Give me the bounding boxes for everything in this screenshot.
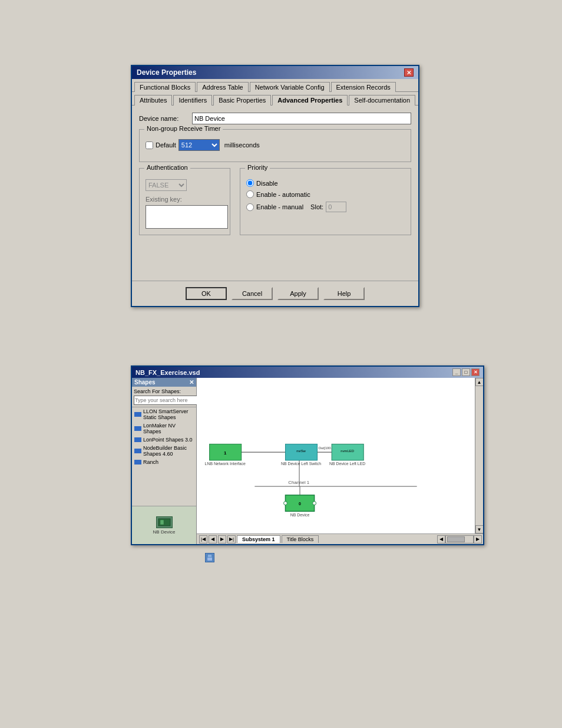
scroll-down-button[interactable]: ▼ (475, 525, 484, 533)
tab-nav-prev[interactable]: ◀ (209, 535, 217, 543)
list-item[interactable]: LonMaker NV Shapes (132, 421, 196, 436)
tab-bar: |◀ ◀ ▶ ▶| Subsystem 1 Title Blocks (197, 535, 436, 543)
svg-text:LNB Network Interface: LNB Network Interface (205, 462, 246, 466)
slot-label: Slot: (310, 203, 323, 210)
priority-manual-row: Enable - manual Slot: (246, 202, 405, 212)
tab-title-blocks[interactable]: Title Blocks (282, 535, 319, 543)
priority-disable-radio[interactable] (246, 179, 254, 187)
tab-attributes[interactable]: Attributes (134, 95, 172, 106)
priority-manual-radio[interactable] (246, 203, 254, 211)
device-name-input[interactable] (192, 113, 411, 124)
svg-text:nvmLED: nvmLED (340, 449, 354, 453)
visio-content: Shapes ✕ Search For Shapes: ▶ LLON Smart… (132, 378, 483, 544)
non-group-timer-box: Non-group Receive Timer Default 512 mill… (139, 129, 411, 162)
shape-item-label: LLON SmartServer Static Shapes (143, 409, 194, 420)
priority-manual-label: Enable - manual (256, 203, 303, 210)
visio-close-button[interactable]: ✕ (471, 368, 480, 376)
authentication-box: Authentication FALSE Existing key: (139, 168, 230, 235)
dialog-title: Device Properties (137, 68, 196, 77)
visio-titlebar-buttons: _ □ ✕ (452, 368, 480, 376)
scroll-right-button[interactable]: ▶ (474, 535, 482, 543)
tab-self-documentation[interactable]: Self-documentation (349, 95, 415, 106)
tab-network-variable-config[interactable]: Network Variable Config (250, 82, 330, 92)
scroll-up-button[interactable]: ▲ (475, 378, 484, 386)
priority-auto-radio[interactable] (246, 190, 254, 198)
list-item[interactable]: Ranch (132, 458, 196, 466)
list-item[interactable]: LonPoint Shapes 3.0 (132, 436, 196, 444)
visio-minimize-button[interactable]: _ (452, 368, 461, 376)
svg-rect-25 (208, 555, 211, 557)
key-input[interactable] (146, 205, 228, 229)
auth-priority-container: Authentication FALSE Existing key: Prior… (139, 168, 411, 241)
shapes-panel-title: Shapes (134, 379, 156, 386)
default-checkbox[interactable] (146, 141, 153, 149)
dialog-close-button[interactable]: ✕ (404, 68, 414, 77)
existing-key-label: Existing key: (146, 196, 224, 203)
shapes-panel-close[interactable]: ✕ (189, 379, 194, 386)
search-label: Search For Shapes: (134, 388, 194, 394)
thumbnail-label: NB Device (153, 529, 176, 535)
shapes-thumbnail-area: NB Device (132, 506, 196, 544)
visio-window: NB_FX_Exercise.vsd _ □ ✕ Shapes ✕ Search… (131, 365, 484, 545)
tab-extension-records[interactable]: Extension Records (331, 82, 396, 92)
dialog-tabs-row2: Attributes Identifiers Basic Properties … (132, 92, 418, 106)
dialog-body: Device name: Non-group Receive Timer Def… (132, 106, 418, 281)
shapes-panel: Shapes ✕ Search For Shapes: ▶ LLON Smart… (132, 378, 197, 544)
shapes-panel-header: Shapes ✕ (132, 378, 196, 387)
tab-nav-last[interactable]: ▶| (227, 535, 236, 543)
visio-maximize-button[interactable]: □ (462, 368, 470, 376)
svg-rect-26 (207, 558, 212, 561)
shape-icon (134, 437, 141, 442)
shapes-list: LLON SmartServer Static Shapes LonMaker … (132, 407, 196, 506)
svg-text:NB Device: NB Device (290, 513, 310, 517)
shape-icon (134, 460, 141, 465)
search-row: ▶ (134, 396, 194, 405)
authentication-select[interactable]: FALSE (146, 179, 187, 191)
shape-thumbnail (156, 516, 173, 528)
non-group-timer-title: Non-group Receive Timer (144, 125, 223, 132)
tab-nav-next[interactable]: ▶ (218, 535, 226, 543)
default-label: Default (156, 141, 176, 149)
tab-address-table[interactable]: Address Table (197, 82, 249, 92)
priority-box: Priority Disable Enable - automatic E (240, 168, 411, 235)
priority-title: Priority (245, 164, 270, 171)
shape-icon (134, 412, 141, 417)
apply-button[interactable]: Apply (277, 287, 319, 300)
list-item[interactable]: LLON SmartServer Static Shapes (132, 407, 196, 421)
tab-basic-properties[interactable]: Basic Properties (213, 95, 271, 106)
shapes-search-area: Search For Shapes: ▶ (132, 387, 196, 407)
visio-window-wrapper: NB_FX_Exercise.vsd _ □ ✕ Shapes ✕ Search… (131, 365, 484, 545)
visio-canvas[interactable]: Out[100.0 1] In[100.0 1] Channel 1 1 LNB… (197, 378, 475, 533)
visio-vertical-scrollbar[interactable]: ▲ ▼ (475, 378, 483, 533)
priority-radio-group: Disable Enable - automatic Enable - manu… (246, 179, 405, 212)
shape-item-label: Ranch (143, 459, 158, 465)
tab-subsystem1[interactable]: Subsystem 1 (237, 535, 280, 543)
tab-functional-blocks[interactable]: Functional Blocks (134, 82, 196, 92)
tab-identifiers[interactable]: Identifiers (173, 95, 212, 106)
help-button[interactable]: Help (323, 287, 365, 300)
visio-titlebar: NB_FX_Exercise.vsd _ □ ✕ (132, 367, 483, 378)
dialog-tabs-row1: Functional Blocks Address Table Network … (132, 79, 418, 92)
save-icon[interactable] (205, 553, 214, 562)
visio-bottom-bar: |◀ ◀ ▶ ▶| Subsystem 1 Title Blocks ◀ ▶ (197, 533, 483, 544)
slot-input[interactable] (326, 202, 346, 212)
tab-nav-first[interactable]: |◀ (199, 535, 207, 543)
scroll-track (476, 386, 483, 525)
ok-button[interactable]: OK (186, 287, 227, 300)
shapes-search-input[interactable] (134, 396, 202, 405)
shape-item-label: LonPoint Shapes 3.0 (143, 437, 193, 443)
list-item[interactable]: NodeBuilder Basic Shapes 4.60 (132, 444, 196, 458)
spacer (139, 241, 411, 274)
tab-advanced-properties[interactable]: Advanced Properties (272, 95, 348, 106)
scroll-left-button[interactable]: ◀ (437, 535, 445, 543)
dialog-footer: OK Cancel Apply Help (132, 281, 418, 306)
svg-rect-1 (160, 520, 164, 525)
priority-disable-label: Disable (256, 180, 278, 187)
cancel-button[interactable]: Cancel (232, 287, 273, 300)
dialog-titlebar: Device Properties ✕ (132, 66, 418, 79)
svg-text:NB Device Left LED: NB Device Left LED (329, 462, 365, 466)
timer-select[interactable]: 512 (178, 139, 220, 151)
authentication-title: Authentication (144, 164, 190, 171)
horizontal-scrollbar[interactable] (445, 535, 474, 543)
timer-unit: milliseconds (224, 141, 260, 149)
